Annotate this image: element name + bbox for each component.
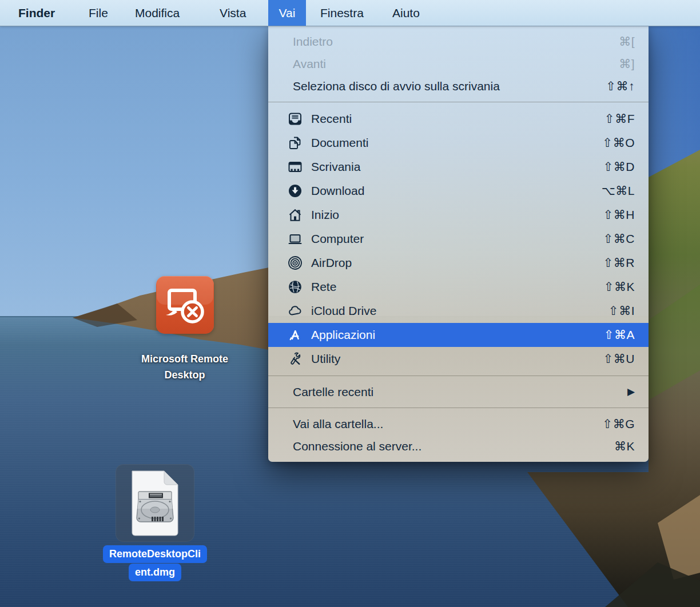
menubar-item-aiuto[interactable]: Aiuto bbox=[392, 0, 420, 26]
menu-item-shortcut: ⇧⌘D bbox=[603, 160, 635, 174]
menu-item-label: AirDrop bbox=[311, 256, 352, 270]
menubar-item-vista[interactable]: Vista bbox=[220, 0, 246, 26]
icloud-icon bbox=[287, 303, 303, 319]
menu-item-shortcut: ⇧⌘F bbox=[604, 112, 635, 126]
menubar-item-file[interactable]: File bbox=[89, 0, 108, 26]
menubar-item-modifica[interactable]: Modifica bbox=[135, 0, 180, 26]
home-icon bbox=[287, 207, 303, 223]
menubar-item-finder[interactable]: Finder bbox=[18, 0, 55, 26]
menu-item-icloud-drive[interactable]: iCloud Drive⇧⌘I bbox=[268, 299, 649, 323]
menu-item-computer[interactable]: Computer⇧⌘C bbox=[268, 227, 649, 251]
menu-item-rete[interactable]: Rete⇧⌘K bbox=[268, 275, 649, 299]
menu-item-shortcut: ⇧⌘H bbox=[603, 208, 635, 222]
menu-item-cartelle-recenti[interactable]: Cartelle recenti▶ bbox=[268, 381, 649, 403]
menu-item-shortcut: ⇧⌘C bbox=[603, 232, 635, 246]
microsoft-remote-desktop-app-icon bbox=[156, 276, 214, 334]
menu-item-label: iCloud Drive bbox=[311, 304, 376, 318]
menu-item-label: Scrivania bbox=[311, 160, 360, 174]
menu-item-label: Recenti bbox=[311, 112, 352, 126]
menu-item-label: Connessione al server... bbox=[293, 440, 421, 453]
menu-item-shortcut: ⇧⌘A bbox=[604, 328, 635, 342]
menu-item-label: Seleziona disco di avvio sulla scrivania bbox=[293, 79, 500, 93]
applications-icon bbox=[287, 327, 303, 343]
menu-item-label: Indietro bbox=[293, 35, 333, 49]
menu-item-label: Avanti bbox=[293, 57, 326, 71]
menu-item-vai-alla-cartella[interactable]: Vai alla cartella...⇧⌘G bbox=[268, 413, 649, 435]
menu-separator bbox=[268, 102, 649, 102]
documents-icon bbox=[287, 135, 303, 151]
download-icon bbox=[287, 183, 303, 199]
menu-item-shortcut: ⇧⌘K bbox=[604, 280, 635, 294]
menu-item-recenti[interactable]: Recenti⇧⌘F bbox=[268, 107, 649, 131]
disk-image-file-icon bbox=[129, 469, 181, 537]
menu-item-inizio[interactable]: Inizio⇧⌘H bbox=[268, 203, 649, 227]
utilities-icon bbox=[287, 351, 303, 367]
recents-icon bbox=[287, 111, 303, 127]
menu-item-shortcut: ⇧⌘U bbox=[603, 352, 635, 366]
menu-item-shortcut: ⌘] bbox=[619, 57, 635, 71]
menu-separator bbox=[268, 408, 649, 408]
menu-item-label: Utility bbox=[311, 352, 340, 366]
menu-item-shortcut: ⇧⌘I bbox=[608, 304, 635, 318]
menu-item-airdrop[interactable]: AirDrop⇧⌘R bbox=[268, 251, 649, 275]
menu-item-label: Inizio bbox=[311, 208, 339, 222]
menu-item-label: Cartelle recenti bbox=[293, 385, 373, 399]
menu-item-label: Documenti bbox=[311, 136, 368, 150]
menu-item-shortcut: ⌥⌘L bbox=[602, 184, 635, 198]
menu-item-indietro[interactable]: Indietro⌘[ bbox=[268, 30, 649, 53]
menu-item-download[interactable]: Download⌥⌘L bbox=[268, 179, 649, 203]
menubar-item-vai[interactable]: Vai bbox=[268, 0, 306, 26]
menu-item-shortcut: ⇧⌘R bbox=[603, 256, 635, 270]
desktop-icon-label-selected: RemoteDesktopCli ent.dmg bbox=[80, 545, 230, 582]
menu-item-label: Vai alla cartella... bbox=[293, 417, 383, 431]
menu-item-label: Computer bbox=[311, 232, 364, 246]
network-icon bbox=[287, 279, 303, 295]
desktop-folder-icon bbox=[287, 159, 303, 175]
menu-item-utility[interactable]: Utility⇧⌘U bbox=[268, 347, 649, 371]
menu-item-label: Rete bbox=[311, 280, 336, 294]
menu-separator bbox=[268, 376, 649, 376]
menu-item-label: Download bbox=[311, 184, 364, 198]
menu-item-scrivania[interactable]: Scrivania⇧⌘D bbox=[268, 155, 649, 179]
menu-item-avanti[interactable]: Avanti⌘] bbox=[268, 53, 649, 75]
go-menu-dropdown: Indietro⌘[Avanti⌘]Seleziona disco di avv… bbox=[268, 26, 649, 462]
menu-item-shortcut: ⇧⌘O bbox=[603, 136, 635, 150]
airdrop-icon bbox=[287, 255, 303, 271]
desktop-icon-label: Microsoft Remote Desktop bbox=[113, 351, 256, 383]
menu-item-shortcut: ⇧⌘G bbox=[603, 417, 635, 431]
menu-item-documenti[interactable]: Documenti⇧⌘O bbox=[268, 131, 649, 155]
menu-item-applicazioni[interactable]: Applicazioni⇧⌘A bbox=[268, 323, 649, 347]
menu-item-label: Applicazioni bbox=[311, 328, 375, 342]
menubar-item-finestra[interactable]: Finestra bbox=[320, 0, 364, 26]
menu-item-shortcut: ⌘[ bbox=[619, 35, 635, 49]
menu-item-seleziona-disco-di-avvio-sulla-scrivania[interactable]: Seleziona disco di avvio sulla scrivania… bbox=[268, 75, 649, 97]
submenu-arrow-icon: ▶ bbox=[627, 387, 635, 397]
desktop: Microsoft Remote Desktop bbox=[0, 0, 700, 607]
menu-item-shortcut: ⇧⌘↑ bbox=[606, 79, 635, 93]
menu-item-connessione-al-server[interactable]: Connessione al server...⌘K bbox=[268, 435, 649, 457]
menu-bar: FinderFileModificaVistaVaiFinestraAiuto bbox=[0, 0, 700, 26]
menu-item-shortcut: ⌘K bbox=[614, 440, 635, 453]
computer-icon bbox=[287, 231, 303, 247]
